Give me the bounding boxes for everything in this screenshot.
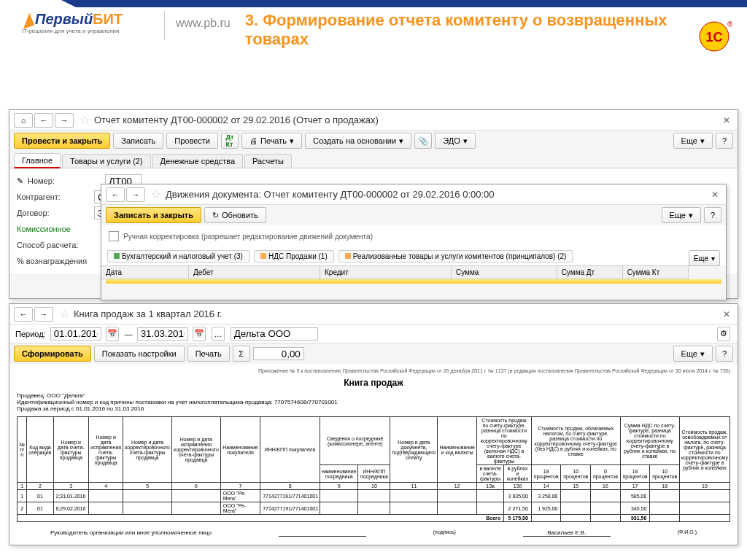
star-icon[interactable]: ☆ bbox=[80, 113, 90, 127]
refresh-button[interactable]: ↻ Обновить bbox=[204, 207, 266, 223]
help-icon[interactable]: ? bbox=[716, 346, 733, 362]
settings-icon[interactable]: ⚙ bbox=[717, 327, 730, 341]
seller-period: Продажа за период с 01.01.2016 по 31.03.… bbox=[17, 405, 730, 412]
date-to-field[interactable] bbox=[137, 327, 188, 341]
more-button[interactable]: Еще ▾ bbox=[673, 346, 713, 362]
help-icon[interactable]: ? bbox=[704, 207, 721, 223]
label-commission: Комиссионное bbox=[17, 225, 90, 233]
star-icon[interactable]: ☆ bbox=[151, 187, 161, 201]
close-icon[interactable]: ✕ bbox=[720, 309, 733, 319]
forward-icon[interactable]: → bbox=[126, 187, 145, 202]
pencil-icon: ✎ bbox=[17, 176, 23, 186]
calendar-icon[interactable]: 📅 bbox=[106, 327, 119, 341]
more-button[interactable]: Еще ▾ bbox=[673, 133, 713, 149]
sign-label: Руководитель организации или иное уполно… bbox=[50, 529, 212, 537]
tab-vat[interactable]: НДС Продажи (1) bbox=[254, 250, 334, 262]
edo-button[interactable]: ЭДО ▾ bbox=[435, 133, 476, 149]
col-sumkt: Сумма Кт bbox=[623, 266, 689, 279]
close-icon[interactable]: ✕ bbox=[720, 115, 733, 125]
seller-inn: Идентификационный номер и код причины по… bbox=[17, 399, 730, 405]
slide-header: ПервыйБИТ IT-решения для учета и управле… bbox=[0, 0, 747, 57]
print-button[interactable]: 🖨 Печать ▾ bbox=[241, 133, 302, 149]
table-total-row: Всего5 175,00931,50 bbox=[18, 515, 730, 522]
url-text: www.pb.ru bbox=[176, 17, 231, 30]
more-button[interactable]: Еще ▾ bbox=[662, 207, 701, 223]
post-and-close-button[interactable]: Провести и закрыть bbox=[14, 133, 110, 149]
dt-kt-icon[interactable]: ДтКт bbox=[221, 133, 239, 149]
manual-edit-checkbox[interactable] bbox=[109, 231, 119, 241]
svg-text:1С: 1С bbox=[705, 30, 722, 44]
slide-title: 3. Формирование отчета комитенту о возвр… bbox=[245, 11, 725, 50]
window-sales-book: ← → ☆ Книга продаж за 1 квартал 2016 г. … bbox=[9, 303, 738, 545]
window-title: Движения документа: Отчет комитенту ДТ00… bbox=[166, 189, 708, 200]
logo-pervybit: ПервыйБИТ IT-решения для учета и управле… bbox=[22, 11, 153, 34]
tab-main[interactable]: Главное bbox=[14, 153, 61, 168]
sign-underline bbox=[279, 529, 366, 537]
table-row: 1012;31.01.2016ООО "Ре-Мега"7714277191/7… bbox=[18, 490, 730, 502]
window-title: Книга продаж за 1 квартал 2016 г. bbox=[74, 308, 720, 319]
svg-text:®: ® bbox=[727, 20, 732, 28]
col-sumdt: Сумма Дт bbox=[557, 266, 623, 279]
label-contract: Договор: bbox=[17, 209, 90, 217]
forward-icon[interactable]: → bbox=[34, 307, 53, 322]
sum-icon[interactable]: Σ bbox=[233, 346, 250, 362]
save-and-close-button[interactable]: Записать и закрыть bbox=[106, 207, 201, 223]
window-title: Отчет комитенту ДТ00-000002 от 29.02.201… bbox=[94, 114, 720, 125]
divider bbox=[164, 11, 165, 40]
tab-goods[interactable]: Товары и услуги (2) bbox=[62, 154, 151, 168]
more-button-2[interactable]: Еще ▾ bbox=[689, 250, 720, 266]
report-title: Книга продаж bbox=[17, 378, 730, 388]
create-based-button[interactable]: Создать на основании ▾ bbox=[305, 133, 411, 149]
label-contragent: Контрагент: bbox=[17, 192, 90, 201]
date-from-field[interactable] bbox=[50, 327, 101, 341]
back-icon[interactable]: ← bbox=[34, 113, 53, 128]
col-debit: Дебет bbox=[189, 266, 320, 279]
close-icon[interactable]: ✕ bbox=[708, 190, 721, 200]
post-button[interactable]: Провести bbox=[166, 133, 218, 149]
tab-money[interactable]: Денежные средства bbox=[152, 154, 243, 168]
period-ellipsis[interactable]: … bbox=[212, 327, 225, 341]
org-field[interactable] bbox=[231, 327, 318, 341]
help-icon[interactable]: ? bbox=[716, 133, 733, 149]
logo-1c: 1С® bbox=[696, 18, 732, 55]
table-row: 2018;29.02.2016ООО "Ре-Мега"7714277191/7… bbox=[18, 502, 730, 515]
blue-top-bar bbox=[76, 0, 747, 7]
sign-name: Васильев Е.В. bbox=[523, 529, 611, 537]
show-settings-button[interactable]: Показать настройки bbox=[94, 346, 185, 362]
manual-edit-label: Ручная корректировка (разрешает редактир… bbox=[123, 233, 373, 241]
tab-realized[interactable]: Реализованные товары и услуги комитентов… bbox=[338, 250, 573, 262]
window-movements: ← → ☆ Движения документа: Отчет комитент… bbox=[101, 184, 727, 300]
back-icon[interactable]: ← bbox=[14, 307, 33, 322]
attach-icon[interactable]: 📎 bbox=[414, 133, 432, 149]
report-body: Приложение № 5 к постановлению Правитель… bbox=[9, 364, 738, 545]
star-icon[interactable]: ☆ bbox=[59, 307, 69, 321]
label-percent: % вознаграждения bbox=[17, 257, 90, 265]
save-button[interactable]: Записать bbox=[113, 133, 163, 149]
sum-field[interactable] bbox=[253, 347, 304, 360]
seller-name: Продавец: ООО "Дельта" bbox=[17, 392, 730, 399]
generate-button[interactable]: Сформировать bbox=[14, 346, 91, 362]
tab-calc[interactable]: Расчеты bbox=[244, 154, 292, 168]
forward-icon[interactable]: → bbox=[55, 113, 74, 128]
col-sum: Сумма bbox=[452, 266, 557, 279]
col-date: Дата bbox=[101, 266, 189, 279]
sales-book-table: № п/п Код вида операции Номер и дата сче… bbox=[17, 416, 730, 522]
label-number: Номер: bbox=[28, 176, 101, 185]
col-credit: Кредит bbox=[320, 266, 452, 279]
back-icon[interactable]: ← bbox=[106, 187, 125, 202]
tab-accounting[interactable]: Бухгалтерский и налоговый учет (3) bbox=[107, 250, 249, 262]
period-label: Период: bbox=[15, 330, 46, 338]
home-icon[interactable]: ⌂ bbox=[14, 113, 33, 128]
print-button[interactable]: Печать bbox=[187, 346, 230, 362]
grid-highlight bbox=[106, 279, 721, 284]
label-method: Способ расчета: bbox=[17, 241, 90, 249]
calendar-icon[interactable]: 📅 bbox=[193, 327, 206, 341]
